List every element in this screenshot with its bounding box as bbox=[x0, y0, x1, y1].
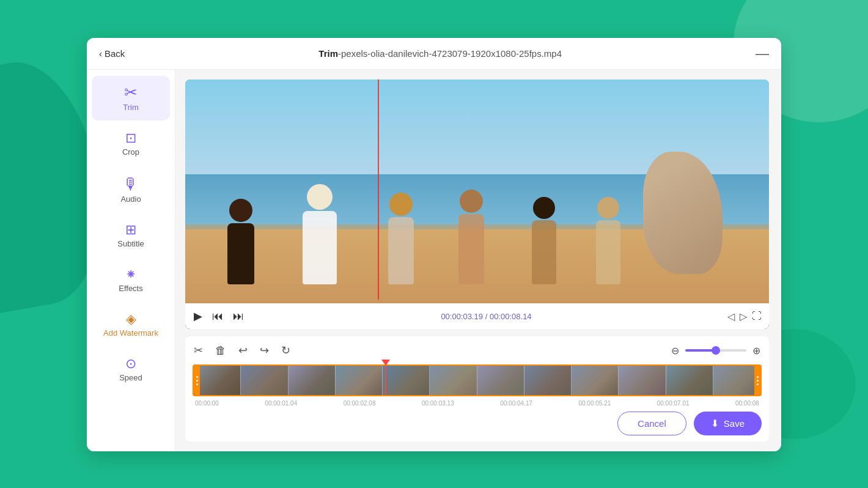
dot bbox=[757, 376, 759, 378]
handle-dots-left bbox=[196, 376, 198, 385]
handle-dots-right bbox=[757, 376, 759, 385]
cancel-button[interactable]: Cancel bbox=[617, 412, 686, 435]
play-button[interactable]: ▶ bbox=[193, 308, 204, 324]
film-strip[interactable] bbox=[193, 364, 762, 396]
back-button[interactable]: ‹ Back bbox=[99, 48, 125, 59]
zoom-slider[interactable] bbox=[685, 349, 746, 352]
timeline-toolbar: ✂ 🗑 ↩ ↪ ↻ bbox=[193, 342, 762, 358]
fullscreen-icon: ⛶ bbox=[752, 311, 762, 321]
head-6 bbox=[597, 197, 619, 219]
frame-12 bbox=[713, 366, 760, 395]
figure-4 bbox=[442, 89, 501, 284]
sidebar: ✂ Trim ⊡ Crop 🎙 Audio ⊞ Subtitle ⁕ Effec… bbox=[87, 70, 175, 451]
back-chevron-icon: ‹ bbox=[99, 48, 102, 59]
frame-forward-icon: ▷ bbox=[740, 311, 747, 322]
frame-10 bbox=[619, 366, 666, 395]
playhead-line-vertical bbox=[385, 366, 386, 395]
minimize-icon: — bbox=[756, 46, 769, 61]
figure-1 bbox=[215, 122, 267, 284]
delete-button[interactable]: 🗑 bbox=[214, 343, 227, 358]
zoom-out-icon: ⊖ bbox=[671, 346, 679, 356]
repeat-icon: ↻ bbox=[281, 344, 290, 357]
body-1 bbox=[227, 223, 254, 284]
current-time: 00:00:03.19 bbox=[441, 312, 483, 321]
video-frame bbox=[185, 79, 769, 329]
tick-2: 00:00:02.08 bbox=[344, 400, 376, 407]
frame-11 bbox=[666, 366, 713, 395]
editor-area: ▶ ⏮ ⏭ 00:00:03.19 / 00:00:08.14 bbox=[175, 70, 781, 451]
timeline-track[interactable]: 00:00:00 00:00:01.04 00:00:02.08 00:00:0… bbox=[193, 364, 762, 407]
back-label: Back bbox=[105, 48, 125, 59]
figure-6 bbox=[582, 105, 634, 284]
delete-icon: 🗑 bbox=[215, 344, 226, 357]
sidebar-label-watermark: Add Watermark bbox=[103, 328, 158, 338]
sidebar-item-crop[interactable]: ⊡ Crop bbox=[92, 123, 170, 165]
watermark-icon: ◈ bbox=[126, 312, 136, 326]
body-4 bbox=[458, 214, 484, 284]
save-icon: ⬇ bbox=[711, 418, 719, 429]
sidebar-item-effects[interactable]: ⁕ Effects bbox=[92, 259, 170, 301]
head-1 bbox=[229, 199, 252, 222]
head-5 bbox=[533, 197, 555, 219]
tick-3: 00:00:03.13 bbox=[422, 400, 454, 407]
trim-handle-right[interactable] bbox=[754, 366, 760, 395]
minimize-button[interactable]: — bbox=[756, 47, 769, 61]
time-ruler: 00:00:00 00:00:01.04 00:00:02.08 00:00:0… bbox=[193, 400, 762, 407]
tick-1: 00:00:01.04 bbox=[265, 400, 297, 407]
sidebar-item-subtitle[interactable]: ⊞ Subtitle bbox=[92, 215, 170, 257]
title-bar: ‹ Back Trim-pexels-olia-danilevich-47230… bbox=[87, 38, 781, 70]
playback-controls: ▶ ⏮ ⏭ bbox=[193, 308, 245, 324]
sidebar-item-audio[interactable]: 🎙 Audio bbox=[92, 168, 170, 212]
head-4 bbox=[460, 190, 483, 213]
sidebar-label-crop: Crop bbox=[122, 147, 139, 157]
audio-icon: 🎙 bbox=[123, 176, 139, 192]
dot bbox=[196, 383, 198, 385]
tick-6: 00:00:07.01 bbox=[657, 400, 690, 407]
save-button[interactable]: ⬇ Save bbox=[694, 412, 762, 435]
head-3 bbox=[389, 193, 413, 216]
dot bbox=[196, 380, 198, 382]
crop-icon: ⊡ bbox=[125, 131, 136, 145]
trim-handle-left[interactable] bbox=[194, 366, 200, 395]
head-2 bbox=[307, 184, 333, 210]
undo-icon: ↩ bbox=[238, 344, 248, 357]
frame-back-button[interactable]: ◁ bbox=[727, 311, 735, 322]
effects-icon: ⁕ bbox=[125, 268, 136, 281]
fullscreen-button[interactable]: ⛶ bbox=[752, 311, 762, 322]
playhead-marker[interactable] bbox=[381, 360, 390, 395]
figure-3 bbox=[372, 97, 431, 284]
timeline-area: ✂ 🗑 ↩ ↪ ↻ bbox=[185, 336, 769, 442]
sidebar-label-speed: Speed bbox=[119, 373, 142, 382]
tick-5: 00:00:05.21 bbox=[578, 400, 611, 407]
video-preview: ▶ ⏮ ⏭ 00:00:03.19 / 00:00:08.14 bbox=[185, 79, 769, 329]
sidebar-label-effects: Effects bbox=[119, 284, 143, 293]
body-2 bbox=[303, 211, 337, 284]
subtitle-icon: ⊞ bbox=[125, 223, 136, 237]
next-icon: ⏭ bbox=[233, 310, 244, 323]
cut-button[interactable]: ✂ bbox=[193, 342, 204, 358]
prev-frame-button[interactable]: ⏮ bbox=[211, 309, 224, 324]
dot bbox=[757, 380, 759, 382]
speed-icon: ⊙ bbox=[125, 357, 136, 371]
next-frame-button[interactable]: ⏭ bbox=[232, 309, 245, 324]
sidebar-item-speed[interactable]: ⊙ Speed bbox=[92, 349, 170, 391]
tick-4: 00:00:04.17 bbox=[500, 400, 532, 407]
redo-button[interactable]: ↪ bbox=[259, 342, 270, 358]
undo-button[interactable]: ↩ bbox=[237, 342, 249, 358]
toolbar-left: ✂ 🗑 ↩ ↪ ↻ bbox=[193, 342, 292, 358]
tick-0: 00:00:00 bbox=[195, 400, 219, 407]
zoom-in-button[interactable]: ⊕ bbox=[751, 343, 762, 358]
sidebar-item-trim[interactable]: ✂ Trim bbox=[92, 76, 170, 120]
frame-forward-button[interactable]: ▷ bbox=[740, 311, 747, 322]
repeat-button[interactable]: ↻ bbox=[280, 342, 292, 358]
zoom-in-icon: ⊕ bbox=[752, 346, 760, 356]
sidebar-item-watermark[interactable]: ◈ Add Watermark bbox=[92, 304, 170, 346]
save-label: Save bbox=[724, 418, 745, 429]
sidebar-label-trim: Trim bbox=[123, 103, 139, 112]
frame-2 bbox=[241, 366, 288, 395]
title-suffix: -pexels-olia-danilevich-4723079-1920x108… bbox=[338, 48, 562, 59]
zoom-out-button[interactable]: ⊖ bbox=[670, 343, 680, 358]
right-controls: ◁ ▷ ⛶ bbox=[727, 311, 762, 322]
film-frames bbox=[194, 366, 760, 395]
time-display: 00:00:03.19 / 00:00:08.14 bbox=[441, 312, 531, 321]
